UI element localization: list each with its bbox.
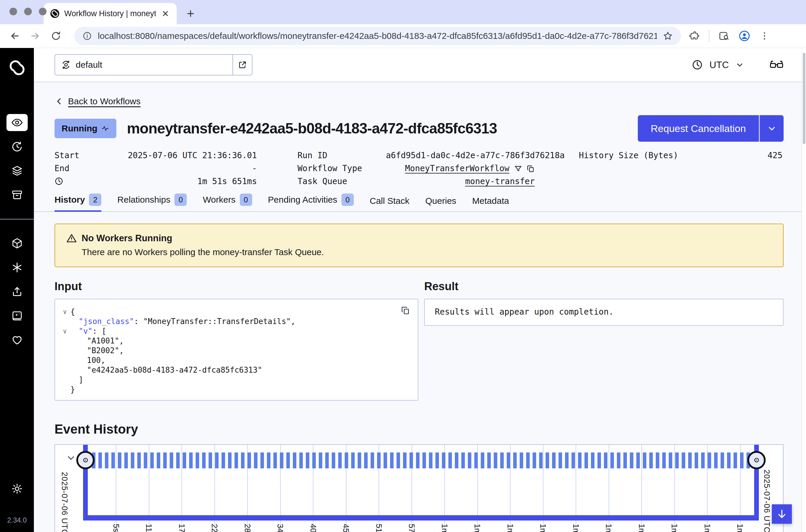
window-zoom-button[interactable] (39, 8, 46, 15)
sidebar-item-workflows[interactable] (6, 114, 28, 131)
window-controls[interactable] (9, 8, 46, 15)
namespace-selector[interactable]: default (55, 54, 252, 75)
browser-tab[interactable]: Workflow History | moneytran ✕ (44, 3, 177, 24)
duration-value: 1m 51s 651ms (119, 176, 257, 186)
sidebar-item-import[interactable] (6, 283, 28, 300)
timeline-tick-label: 1m (473, 524, 482, 532)
timeline-tick-label: 34s (275, 524, 285, 532)
timeline-tick-label: 1m (505, 524, 515, 532)
browser-tabstrip: Workflow History | moneytran ✕ + (0, 0, 806, 24)
back-to-workflows-link[interactable]: Back to Workflows (68, 96, 140, 106)
forward-arrow-icon[interactable] (29, 30, 42, 42)
new-tab-button[interactable]: + (187, 8, 194, 19)
history-size-value: 425 (697, 151, 783, 160)
site-info-icon[interactable] (82, 31, 92, 41)
arrow-down-icon (776, 509, 787, 520)
sidebar-item-nexus[interactable] (6, 235, 28, 252)
tab-close-icon[interactable]: ✕ (160, 8, 170, 19)
sidebar-divider (0, 219, 34, 220)
back-arrow-icon[interactable] (8, 30, 21, 42)
app-version: 2.34.0 (7, 516, 27, 524)
workflow-title: moneytransfer-e4242aa5-b08d-4183-a472-df… (127, 120, 638, 137)
namespace-name: default (76, 60, 232, 70)
tab-workers[interactable]: Workers0 (203, 193, 252, 211)
browser-toolbar: localhost:8080/namespaces/default/workfl… (0, 24, 806, 48)
temporal-logo[interactable] (8, 59, 26, 76)
url-bar[interactable]: localhost:8080/namespaces/default/workfl… (74, 27, 681, 45)
reload-icon[interactable] (50, 30, 62, 42)
tab-pending-activities[interactable]: Pending Activities0 (268, 193, 354, 211)
bookmark-star-icon[interactable] (663, 31, 673, 41)
tab-label: History (55, 195, 85, 205)
workflow-type-value: MoneyTransferWorkflow (386, 164, 535, 173)
tab-metadata[interactable]: Metadata (472, 196, 509, 211)
sidebar-item-schedules[interactable] (6, 138, 28, 155)
warning-triangle-icon (66, 233, 77, 244)
no-workers-warning: No Workers Running There are no Workers … (55, 224, 784, 267)
timeline-tick-label: 22s (210, 524, 219, 532)
chevron-down-icon[interactable] (735, 60, 744, 69)
input-copy-icon[interactable] (401, 306, 410, 315)
sidebar-item-archive[interactable] (6, 187, 28, 204)
namespace-external-link-icon[interactable] (232, 55, 252, 75)
timeline-start-timestamp: 2025-07-06 UTC 21:36:36.01 (60, 472, 69, 532)
timeline-activity-stripes (85, 453, 756, 468)
start-value: 2025-07-06 UTC 21:36:36.01 (119, 151, 257, 160)
extensions-puzzle-icon[interactable] (689, 31, 700, 41)
workflow-details: Start 2025-07-06 UTC 21:36:36.01 End - 1… (55, 149, 784, 188)
end-value: - (119, 164, 257, 173)
timeline-tick-label: 1m (670, 524, 679, 532)
sidebar-item-support-heart[interactable] (6, 331, 28, 348)
json-line: } (59, 385, 409, 395)
scrollbar-thumb[interactable] (803, 53, 805, 144)
result-codeblock: Results will appear upon completion. (424, 299, 784, 326)
json-line: "B2002", (59, 346, 409, 356)
task-queue-link[interactable]: money-transfer (465, 176, 535, 186)
timeline-tick-label: 1m (571, 524, 580, 532)
tab-relationships[interactable]: Relationships0 (117, 193, 187, 211)
filter-icon[interactable] (514, 165, 522, 173)
sidebar-item-batch-operations[interactable] (6, 162, 28, 179)
timeline-tick-label: 51s (374, 524, 383, 532)
collapse-chevron-icon[interactable]: ∨ (59, 326, 71, 336)
tab-label: Call Stack (370, 196, 409, 206)
collapse-chevron-icon[interactable]: ∨ (59, 307, 71, 317)
profile-avatar-icon[interactable] (738, 30, 751, 42)
tab-call-stack[interactable]: Call Stack (370, 196, 409, 211)
tab-search-icon[interactable] (718, 30, 729, 41)
event-history-timeline: 2025-07-06 UTC 21:36:36.01 2025-07-06 UT… (55, 444, 784, 532)
window-close-button[interactable] (9, 8, 17, 15)
request-cancellation-button[interactable]: Request Cancellation (638, 115, 759, 142)
browser-menu-icon[interactable] (760, 31, 769, 41)
copy-icon[interactable] (526, 165, 535, 173)
workflow-type-link[interactable]: MoneyTransferWorkflow (405, 164, 510, 173)
theme-toggle-sun-icon[interactable] (6, 480, 28, 497)
timeline-collapse-chevron-icon[interactable] (66, 453, 76, 463)
timezone-selector[interactable]: UTC (709, 59, 729, 71)
timeline-tick-label: 1m (703, 524, 712, 532)
scroll-to-bottom-button[interactable] (772, 504, 792, 524)
page-scrollbar[interactable] (802, 48, 806, 532)
tabs: History2Relationships0Workers0Pending Ac… (34, 193, 806, 212)
tab-history[interactable]: History2 (55, 193, 101, 212)
tab-queries[interactable]: Queries (425, 196, 456, 211)
workflow-started-node[interactable] (76, 451, 95, 469)
tab-count-badge: 2 (89, 193, 101, 206)
labs-glasses-icon[interactable] (769, 59, 784, 71)
tab-count-badge: 0 (174, 193, 187, 206)
tab-label: Metadata (472, 196, 509, 206)
cancel-menu-caret[interactable] (759, 115, 784, 142)
sidebar-item-labs[interactable] (6, 259, 28, 276)
app-sidebar: 2.34.0 (0, 48, 34, 532)
temporal-favicon-icon (50, 9, 59, 18)
tab-count-badge: 0 (240, 193, 252, 206)
timeline-tick-label: 45s (341, 524, 350, 532)
timeline-end-timestamp: 2025-07-06 UTC 2 (762, 470, 771, 532)
json-line: "e4242aa5-b08d-4183-a472-dfca85fc6313" (59, 365, 409, 375)
window-minimize-button[interactable] (24, 8, 32, 15)
input-codeblock: ∨{"json_class": "MoneyTransfer::Transfer… (55, 299, 418, 401)
workflow-task-node[interactable] (747, 451, 766, 469)
sidebar-item-feedback[interactable] (6, 307, 28, 324)
status-badge: Running (55, 119, 116, 138)
tab-title: Workflow History | moneytran (64, 9, 156, 18)
